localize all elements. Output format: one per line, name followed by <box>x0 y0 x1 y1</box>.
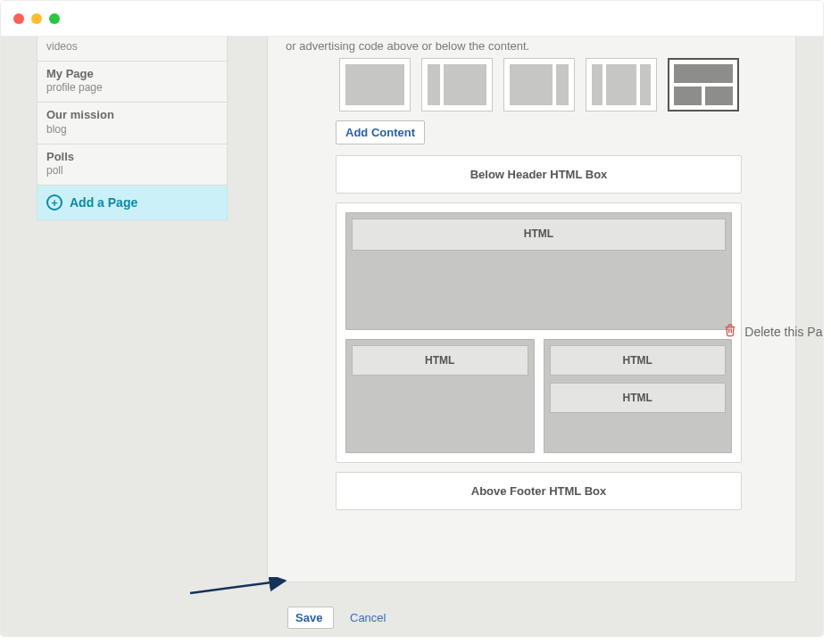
add-page-label: Add a Page <box>70 195 137 210</box>
layout-slot-top[interactable]: HTML <box>345 212 732 330</box>
sidebar-item-my-page[interactable]: My Page profile page <box>37 62 228 103</box>
html-block-label: HTML <box>352 219 726 251</box>
layout-template-two-col-right[interactable] <box>503 58 575 111</box>
save-button[interactable]: Save <box>287 607 334 629</box>
plus-icon: + <box>46 194 62 211</box>
sidebar-item-videos[interactable]: videos <box>37 37 228 62</box>
layout-template-single[interactable] <box>339 58 411 111</box>
sidebar-item-title: My Page <box>46 67 218 82</box>
above-footer-label: Above Footer HTML Box <box>471 484 606 498</box>
delete-label: Delete this Page <box>744 325 824 339</box>
sidebar-item-polls[interactable]: Polls poll <box>37 144 228 186</box>
pages-sidebar: videos My Page profile page Our mission … <box>37 37 228 220</box>
layout-slot-bottom-left[interactable]: HTML <box>345 339 535 453</box>
minimize-window-dot[interactable] <box>31 13 42 24</box>
page-editor-panel: or advertising code above or below the c… <box>267 37 796 582</box>
add-content-label: Add Content <box>345 126 415 139</box>
html-block-label: HTML <box>550 345 727 376</box>
below-header-label: Below Header HTML Box <box>470 168 608 181</box>
above-footer-html-box[interactable]: Above Footer HTML Box <box>336 472 742 510</box>
layout-template-three-col[interactable] <box>586 58 657 111</box>
description-text: or advertising code above or below the c… <box>286 39 529 53</box>
sidebar-item-title: Polls <box>46 150 218 165</box>
sidebar-item-subtitle: videos <box>46 40 218 54</box>
sidebar-item-title: Our mission <box>46 108 218 123</box>
html-block-label: HTML <box>352 345 528 376</box>
trash-icon <box>723 322 737 341</box>
svg-line-0 <box>190 581 285 593</box>
html-block-label: HTML <box>550 383 727 413</box>
cancel-label: Cancel <box>350 611 386 624</box>
below-header-html-box[interactable]: Below Header HTML Box <box>336 155 742 194</box>
delete-page-button[interactable]: Delete this Page <box>723 37 824 626</box>
sidebar-item-our-mission[interactable]: Our mission blog <box>37 103 228 144</box>
layout-preview: HTML HTML HTML HTML <box>336 202 742 463</box>
sidebar-item-subtitle: profile page <box>46 81 218 95</box>
layout-slot-bottom-right[interactable]: HTML HTML <box>544 339 733 453</box>
maximize-window-dot[interactable] <box>49 13 60 24</box>
sidebar-item-subtitle: poll <box>46 164 218 178</box>
sidebar-item-subtitle: blog <box>46 123 218 137</box>
cancel-link[interactable]: Cancel <box>350 611 386 624</box>
add-page-button[interactable]: + Add a Page <box>37 186 228 220</box>
save-label: Save <box>295 611 322 624</box>
content-area: videos My Page profile page Our mission … <box>1 37 823 636</box>
close-window-dot[interactable] <box>13 13 24 24</box>
browser-window: videos My Page profile page Our mission … <box>0 0 824 637</box>
window-titlebar <box>1 1 823 37</box>
layout-templates-row <box>339 58 742 111</box>
layout-template-two-col-left[interactable] <box>421 58 493 111</box>
add-content-button[interactable]: Add Content <box>336 120 425 144</box>
